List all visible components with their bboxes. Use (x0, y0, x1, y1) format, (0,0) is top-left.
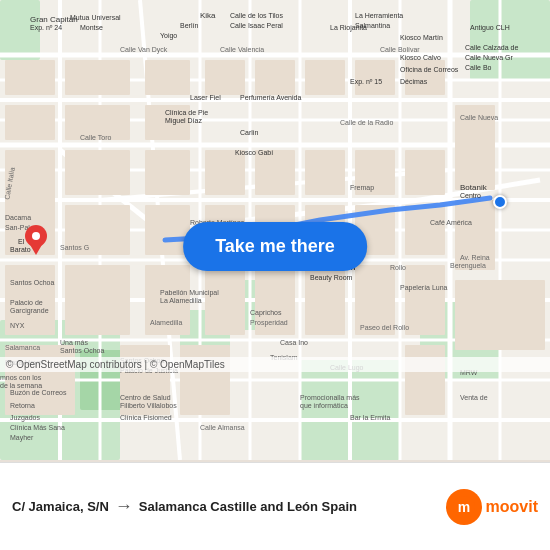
svg-rect-52 (305, 150, 345, 195)
svg-text:Bar la Ermita: Bar la Ermita (350, 414, 391, 421)
take-me-there-button[interactable]: Take me there (183, 222, 367, 271)
svg-marker-163 (29, 243, 43, 255)
svg-text:Centro: Centro (460, 192, 481, 199)
svg-text:NYX: NYX (10, 322, 25, 329)
svg-text:Palacio de: Palacio de (10, 299, 43, 306)
svg-text:Alamedilla: Alamedilla (150, 319, 182, 326)
svg-text:Oficina de Correos: Oficina de Correos (400, 66, 459, 73)
svg-text:Casa Ino: Casa Ino (280, 339, 308, 346)
svg-text:Calle de los Tilos: Calle de los Tilos (230, 12, 283, 19)
svg-text:Kiosco Calvo: Kiosco Calvo (400, 54, 441, 61)
svg-rect-75 (405, 345, 445, 415)
svg-text:Promocionalla más: Promocionalla más (300, 394, 360, 401)
svg-text:Café América: Café América (430, 219, 472, 226)
destination-marker (25, 225, 47, 259)
svg-rect-64 (65, 265, 130, 335)
svg-rect-37 (5, 105, 55, 140)
map-attribution: © OpenStreetMap contributors | © OpenMap… (0, 357, 550, 372)
svg-text:Retorna: Retorna (10, 402, 35, 409)
route-to: Salamanca Castille and León Spain (139, 499, 357, 514)
svg-rect-54 (405, 150, 445, 195)
svg-text:La Herramienta: La Herramienta (355, 12, 403, 19)
current-location-dot (493, 195, 507, 209)
svg-text:Calle Calzada de: Calle Calzada de (465, 44, 518, 51)
svg-rect-44 (305, 60, 345, 95)
svg-text:Clínica Fisiomed: Clínica Fisiomed (120, 414, 172, 421)
svg-rect-47 (65, 150, 130, 195)
svg-text:La Alamedilla: La Alamedilla (160, 297, 202, 304)
svg-text:Botanik: Botanik (460, 183, 488, 192)
svg-rect-76 (455, 280, 545, 350)
svg-rect-70 (405, 265, 445, 335)
svg-text:Calle Toro: Calle Toro (80, 134, 111, 141)
svg-point-164 (32, 232, 40, 240)
svg-text:Av. Reina: Av. Reina (460, 254, 490, 261)
svg-text:Miguel Díaz: Miguel Díaz (165, 117, 202, 125)
svg-text:Pabellón Municipal: Pabellón Municipal (160, 289, 219, 297)
svg-rect-42 (205, 60, 245, 95)
svg-text:Yoigo: Yoigo (160, 32, 177, 40)
svg-text:Berenguela: Berenguela (450, 262, 486, 270)
svg-text:Dacama: Dacama (5, 214, 31, 221)
svg-text:mnos con los: mnos con los (0, 374, 42, 381)
svg-text:Salmantina: Salmantina (355, 22, 390, 29)
svg-text:Calle de la Radio: Calle de la Radio (340, 119, 393, 126)
svg-text:Décimas: Décimas (400, 78, 428, 85)
svg-text:Juzgados: Juzgados (10, 414, 40, 422)
svg-text:Filiberto Villalobos: Filiberto Villalobos (120, 402, 177, 409)
svg-text:Kiosco Gabí: Kiosco Gabí (235, 149, 273, 156)
svg-text:Paseo del Rollo: Paseo del Rollo (360, 324, 409, 331)
svg-text:Beauty Room: Beauty Room (310, 274, 353, 282)
svg-text:Salamanca: Salamanca (5, 344, 40, 351)
svg-text:Papelería Luna: Papelería Luna (400, 284, 448, 292)
svg-text:Carlin: Carlin (240, 129, 258, 136)
svg-rect-40 (145, 60, 190, 95)
svg-text:Kiosco Martín: Kiosco Martín (400, 34, 443, 41)
svg-text:Buzón de Correos: Buzón de Correos (10, 389, 67, 396)
bottom-bar: C/ Jamaica, S/N → Salamanca Castille and… (0, 462, 550, 550)
svg-text:Santos Ochoa: Santos Ochoa (60, 347, 104, 354)
svg-text:Calle Nueva Gr: Calle Nueva Gr (465, 54, 514, 61)
svg-rect-61 (405, 205, 445, 255)
svg-text:Calle Nueva: Calle Nueva (460, 114, 498, 121)
svg-rect-74 (180, 345, 230, 415)
svg-text:Rollo: Rollo (390, 264, 406, 271)
svg-text:Calle Van Dyck: Calle Van Dyck (120, 46, 168, 54)
svg-text:Exp. nº 15: Exp. nº 15 (350, 78, 382, 86)
svg-text:Calle Bolívar: Calle Bolívar (380, 46, 420, 53)
svg-text:Antiguo CLH: Antiguo CLH (470, 24, 510, 32)
svg-text:que informática: que informática (300, 402, 348, 410)
svg-rect-36 (5, 60, 55, 95)
svg-text:El: El (18, 238, 25, 245)
svg-text:Mutua Universal: Mutua Universal (70, 14, 121, 21)
svg-text:Fremap: Fremap (350, 184, 374, 192)
svg-text:Una más: Una más (60, 339, 89, 346)
svg-text:Exp. nº 24: Exp. nº 24 (30, 24, 62, 32)
route-arrow: → (115, 496, 133, 517)
svg-text:de la semana: de la semana (0, 382, 42, 389)
svg-rect-38 (65, 60, 130, 95)
svg-text:Santos G: Santos G (60, 244, 89, 251)
moovit-logo: m moovit (446, 489, 538, 525)
svg-text:Calle Valencia: Calle Valencia (220, 46, 264, 53)
svg-text:Calle Isaac Peral: Calle Isaac Peral (230, 22, 283, 29)
route-info: C/ Jamaica, S/N → Salamanca Castille and… (12, 496, 446, 517)
svg-text:Garcigrande: Garcigrande (10, 307, 49, 315)
svg-text:Caprichos: Caprichos (250, 309, 282, 317)
svg-text:Calle Bo: Calle Bo (465, 64, 492, 71)
svg-text:Clínica de Pie: Clínica de Pie (165, 109, 208, 116)
svg-text:Perfumería Avenida: Perfumería Avenida (240, 94, 301, 101)
svg-rect-51 (255, 150, 295, 195)
svg-text:Prosperidad: Prosperidad (250, 319, 288, 327)
moovit-text: moovit (486, 498, 538, 516)
map-area[interactable]: Calle Van Dyck Calle Valencia Calle Bolí… (0, 0, 550, 460)
svg-text:m: m (457, 499, 469, 515)
svg-text:Santos Ochoa: Santos Ochoa (10, 279, 54, 286)
svg-rect-50 (205, 150, 245, 195)
svg-text:Clínica Más Sana: Clínica Más Sana (10, 424, 65, 431)
route-from: C/ Jamaica, S/N (12, 499, 109, 514)
svg-rect-43 (255, 60, 295, 95)
svg-text:Montse: Montse (80, 24, 103, 31)
moovit-icon: m (446, 489, 482, 525)
svg-rect-66 (205, 265, 245, 335)
